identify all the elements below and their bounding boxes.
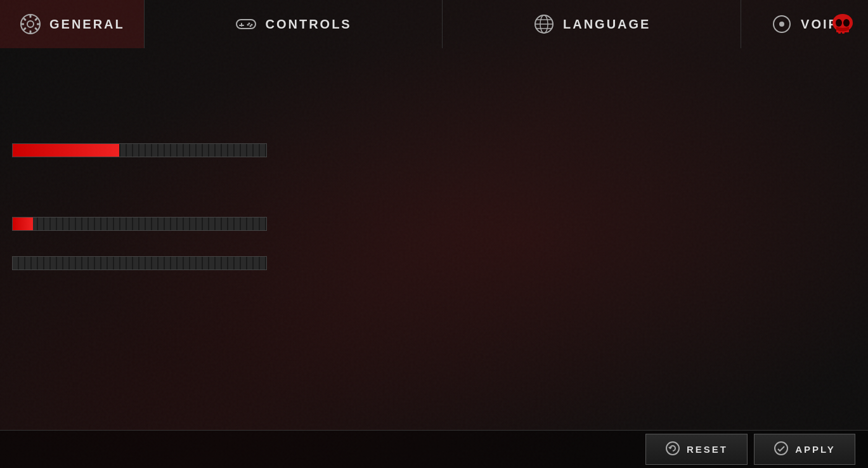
- gamepad-icon: [235, 13, 257, 36]
- svg-point-26: [843, 19, 850, 27]
- svg-point-30: [666, 442, 679, 455]
- nav-language-label: LANGUAGE: [563, 17, 651, 32]
- music-volume-slider[interactable]: [12, 256, 267, 270]
- sound-volume-fill: [13, 218, 33, 230]
- brightness-fill: [13, 144, 119, 157]
- apply-button[interactable]: APPLY: [754, 434, 855, 465]
- globe-icon: [533, 13, 555, 36]
- svg-rect-10: [236, 20, 256, 29]
- svg-point-16: [247, 24, 249, 26]
- nav-controls[interactable]: CONTROLS: [145, 0, 443, 48]
- nav-language[interactable]: LANGUAGE: [443, 0, 741, 48]
- svg-point-31: [775, 442, 787, 455]
- apply-icon: [774, 441, 789, 458]
- reset-icon: [665, 441, 680, 458]
- skull-icon: [817, 0, 868, 49]
- brightness-slider[interactable]: [12, 143, 267, 157]
- svg-point-25: [836, 19, 842, 27]
- sound-volume-slider[interactable]: [12, 217, 267, 231]
- svg-point-23: [779, 22, 784, 27]
- nav-general[interactable]: GENERAL: [0, 0, 145, 48]
- reset-label: RESET: [687, 444, 728, 455]
- svg-rect-12: [239, 25, 244, 26]
- svg-rect-3: [30, 30, 32, 34]
- svg-rect-2: [30, 15, 32, 18]
- speaker-icon: [770, 13, 793, 36]
- svg-rect-5: [21, 23, 24, 25]
- nav-controls-label: CONTROLS: [265, 17, 351, 32]
- top-nav: GENERAL CONTROLS: [0, 0, 868, 49]
- gear-icon: [19, 13, 42, 36]
- svg-point-1: [27, 21, 34, 27]
- nav-general-label: GENERAL: [49, 17, 125, 32]
- svg-point-15: [250, 25, 252, 27]
- svg-rect-4: [37, 23, 40, 25]
- bottom-bar: RESET APPLY: [0, 430, 868, 468]
- apply-label: APPLY: [795, 444, 836, 455]
- reset-button[interactable]: RESET: [645, 434, 748, 465]
